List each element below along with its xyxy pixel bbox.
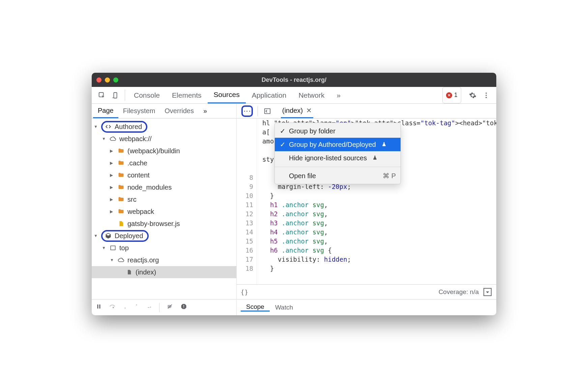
step-over-icon[interactable]	[109, 303, 116, 311]
folder-label: content	[127, 171, 150, 179]
folder-icon	[117, 208, 125, 215]
step-into-icon[interactable]	[123, 303, 127, 312]
step-icon[interactable]	[146, 304, 152, 311]
menu-separator	[275, 167, 401, 167]
tree-webpack-root[interactable]: ▼ webpack://	[92, 133, 236, 145]
close-tab-icon[interactable]: ✕	[306, 106, 312, 115]
tab-application[interactable]: Application	[246, 87, 293, 103]
file-tree: ▼ Authored ▼ webpack://	[92, 119, 236, 299]
tree-index-file[interactable]: (index)	[92, 266, 236, 278]
menu-hide-ignore-listed[interactable]: Hide ignore-listed sources	[275, 151, 401, 165]
tab-elements[interactable]: Elements	[166, 87, 208, 103]
folder-label: node_modules	[127, 184, 172, 191]
flask-icon	[381, 141, 387, 149]
folder-icon	[117, 196, 125, 203]
folder-icon	[117, 148, 125, 154]
inspect-icon[interactable]	[95, 87, 109, 103]
tree-folder[interactable]: ▶ (webpack)/buildin	[92, 145, 236, 157]
device-toggle-icon[interactable]	[109, 87, 122, 103]
tree-folder[interactable]: ▶ .cache	[92, 157, 236, 169]
menu-item-label: Open file	[289, 172, 316, 180]
navigator-sidebar: ▼ Authored ▼ webpack://	[92, 119, 237, 315]
tree-folder[interactable]: ▶ webpack	[92, 205, 236, 218]
tab-network[interactable]: Network	[292, 87, 330, 103]
tab-console[interactable]: Console	[128, 87, 166, 103]
svg-rect-7	[111, 246, 115, 250]
js-file-icon	[117, 220, 125, 227]
menu-open-file[interactable]: Open file ⌘ P	[275, 169, 401, 183]
caret-down-icon: ▼	[102, 136, 107, 141]
folder-label: webpack	[127, 208, 154, 216]
caret-right-icon: ▶	[110, 197, 115, 202]
tree-origin[interactable]: ▼ reactjs.org	[92, 254, 236, 266]
error-icon: ✕	[446, 92, 452, 98]
coverage-label: Coverage: n/a	[439, 288, 479, 296]
panel-tabs: Console Elements Sources Application Net…	[128, 87, 347, 103]
tree-file[interactable]: gatsby-browser.js	[92, 218, 236, 230]
tree-folder[interactable]: ▶ node_modules	[92, 181, 236, 193]
error-count: 1	[454, 92, 458, 99]
origin-label: reactjs.org	[127, 256, 159, 264]
check-icon: ✓	[280, 127, 286, 135]
editor-footer: { } Coverage: n/a	[237, 284, 496, 299]
code-icon	[105, 123, 112, 130]
menu-group-by-authored-deployed[interactable]: ✓ Group by Authored/Deployed	[275, 138, 401, 151]
show-navigator-icon[interactable]	[261, 107, 274, 115]
folder-label: src	[127, 196, 137, 203]
tree-frame-top[interactable]: ▼ top	[92, 242, 236, 254]
tree-authored[interactable]: ▼ Authored	[92, 121, 236, 133]
svg-rect-16	[183, 305, 184, 307]
deactivate-breakpoints-icon[interactable]	[166, 303, 174, 311]
menu-item-label: Group by folder	[289, 127, 335, 135]
subtab-more[interactable]: »	[199, 104, 212, 118]
subtab-overrides[interactable]: Overrides	[160, 104, 199, 118]
pretty-print-icon[interactable]: { }	[241, 288, 247, 296]
package-icon	[105, 232, 112, 239]
caret-down-icon: ▼	[94, 233, 98, 238]
svg-rect-17	[183, 308, 184, 308]
open-file-name: (index)	[282, 107, 303, 115]
folder-icon	[117, 172, 125, 179]
svg-point-13	[150, 306, 151, 308]
svg-point-4	[486, 95, 487, 96]
folder-label: (webpack)/buildin	[127, 147, 180, 155]
show-console-icon[interactable]	[483, 288, 492, 296]
tree-deployed[interactable]: ▼ Deployed	[92, 230, 236, 242]
menu-group-by-folder[interactable]: ✓ Group by folder	[275, 124, 401, 138]
tab-more[interactable]: »	[330, 87, 347, 103]
menu-item-label: Hide ignore-listed sources	[289, 154, 367, 162]
sources-subtoolbar: Page Filesystem Overrides » ⋮ (index) ✕	[92, 104, 496, 119]
tab-scope[interactable]: Scope	[241, 303, 270, 312]
tab-sources[interactable]: Sources	[208, 87, 246, 103]
svg-point-10	[113, 307, 114, 308]
cloud-icon	[109, 135, 117, 142]
tree-folder[interactable]: ▶ src	[92, 193, 236, 205]
navigator-menu-button[interactable]: ⋮	[241, 105, 253, 117]
devtools-window: DevTools - reactjs.org/ Console Elements…	[92, 73, 496, 315]
tab-watch[interactable]: Watch	[270, 304, 298, 311]
caret-right-icon: ▶	[110, 173, 115, 177]
step-out-icon[interactable]	[134, 303, 139, 312]
tree-folder[interactable]: ▶ content	[92, 169, 236, 181]
subtab-filesystem[interactable]: Filesystem	[118, 104, 160, 118]
debug-tabs: Scope Watch	[237, 299, 496, 315]
error-badge[interactable]: ✕ 1	[442, 87, 461, 103]
keyboard-shortcut: ⌘ P	[383, 172, 396, 180]
frame-label: top	[119, 244, 129, 252]
subtab-page[interactable]: Page	[93, 104, 118, 118]
kebab-icon[interactable]	[479, 87, 493, 103]
svg-rect-9	[99, 304, 100, 309]
svg-marker-18	[486, 291, 489, 293]
pause-icon[interactable]	[96, 303, 102, 311]
pause-on-exceptions-icon[interactable]	[180, 303, 187, 312]
svg-rect-8	[97, 304, 98, 309]
gear-icon[interactable]	[466, 87, 479, 103]
open-file-tab[interactable]: (index) ✕	[281, 104, 313, 118]
check-icon: ✓	[280, 140, 286, 149]
caret-down-icon: ▼	[94, 124, 98, 129]
file-label: gatsby-browser.js	[127, 220, 180, 228]
deployed-label: Deployed	[115, 232, 143, 240]
main-toolbar: Console Elements Sources Application Net…	[92, 87, 496, 104]
svg-point-12	[136, 304, 137, 305]
caret-down-icon: ▼	[110, 258, 115, 262]
